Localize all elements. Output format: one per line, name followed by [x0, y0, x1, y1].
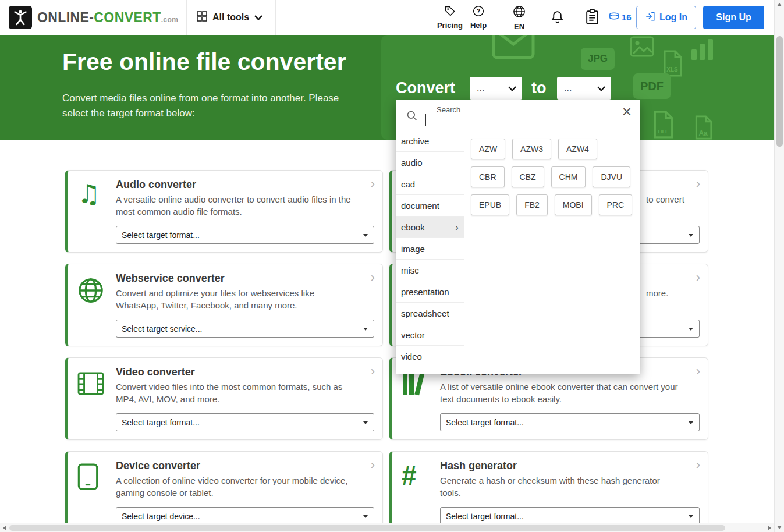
chevron-right-icon[interactable]: ›: [371, 269, 375, 287]
divider: [186, 0, 187, 35]
price-tag-icon: [444, 5, 456, 19]
vertical-scrollbar[interactable]: [774, 0, 784, 532]
select-arrow-icon: [689, 328, 693, 331]
card-title: Audio converter: [116, 179, 196, 191]
horizontal-scrollbar[interactable]: [0, 523, 774, 532]
scroll-left-arrow-icon[interactable]: [3, 526, 6, 530]
all-tools-menu[interactable]: All tools: [197, 0, 262, 35]
text-cursor: [425, 114, 426, 126]
close-icon[interactable]: ×: [622, 104, 632, 120]
horizontal-scrollbar-thumb[interactable]: [9, 525, 725, 531]
credits-count: 16: [622, 12, 632, 22]
chevron-right-icon: ›: [455, 217, 459, 238]
convert-to-select[interactable]: ...: [557, 77, 611, 100]
category-cad[interactable]: cad: [396, 173, 464, 195]
category-ebook[interactable]: ebook›: [396, 217, 464, 238]
category-vector[interactable]: vector: [396, 324, 464, 346]
webservice-target-select[interactable]: Select target service...: [116, 320, 374, 338]
card-description-fragment: more.: [646, 288, 668, 298]
format-azw4[interactable]: AZW4: [558, 139, 597, 159]
category-label: spreadsheet: [401, 308, 449, 318]
scroll-down-arrow-icon[interactable]: [777, 526, 782, 529]
chevron-right-icon[interactable]: ›: [696, 456, 700, 474]
video-target-format-select[interactable]: Select target format...: [116, 413, 374, 431]
page-title: Free online file converter: [62, 48, 346, 76]
chevron-down-icon: [597, 83, 605, 94]
category-image[interactable]: image: [396, 238, 464, 260]
category-misc[interactable]: misc: [396, 260, 464, 281]
vertical-scrollbar-thumb[interactable]: [776, 36, 783, 147]
select-value: Select target format...: [446, 418, 524, 427]
pricing-label: Pricing: [437, 21, 463, 30]
logo-figure-icon: [9, 6, 32, 29]
category-presentation[interactable]: presentation: [396, 281, 464, 303]
pricing-menu-item[interactable]: Pricing: [434, 5, 466, 30]
logo[interactable]: ONLINE-CONVERT.com: [9, 0, 183, 35]
format-epub[interactable]: EPUB: [471, 194, 509, 215]
convert-from-select[interactable]: ...: [470, 77, 522, 100]
format-fb2[interactable]: FB2: [516, 194, 548, 215]
format-picker-panel: Search × archive audio cad document eboo…: [396, 100, 640, 374]
to-label: to: [531, 79, 546, 97]
signup-label: Sign Up: [716, 12, 751, 23]
format-mobi[interactable]: MOBI: [555, 194, 592, 215]
format-azw3[interactable]: AZW3: [512, 139, 551, 159]
login-button[interactable]: Log In: [636, 6, 696, 29]
chevron-right-icon[interactable]: ›: [371, 175, 375, 193]
globe-icon: [513, 5, 526, 20]
all-tools-label: All tools: [212, 12, 249, 23]
divider: [538, 0, 538, 35]
notifications-bell-icon[interactable]: [550, 10, 565, 27]
chevron-right-icon[interactable]: ›: [371, 456, 375, 474]
format-cbz[interactable]: CBZ: [512, 166, 544, 187]
page-subtitle: Convert media files online from one form…: [62, 91, 356, 121]
select-arrow-icon: [689, 234, 693, 237]
category-label: video: [401, 352, 422, 361]
category-video[interactable]: video: [396, 346, 464, 367]
format-cbr[interactable]: CBR: [471, 166, 505, 187]
category-audio[interactable]: audio: [396, 152, 464, 173]
category-archive[interactable]: archive: [396, 130, 464, 152]
credits-counter[interactable]: 16: [609, 12, 632, 22]
help-label: Help: [470, 21, 487, 30]
category-spreadsheet[interactable]: spreadsheet: [396, 303, 464, 324]
select-arrow-icon: [689, 515, 693, 518]
scroll-up-arrow-icon[interactable]: [777, 3, 782, 6]
audio-target-format-select[interactable]: Select target format...: [116, 226, 374, 244]
search-input[interactable]: Search ×: [396, 100, 640, 130]
convert-label: Convert: [396, 79, 455, 97]
ebook-target-format-select[interactable]: Select target format...: [440, 413, 700, 431]
image-icon: [630, 36, 654, 59]
format-prc[interactable]: PRC: [599, 194, 633, 215]
format-djvu[interactable]: DJVU: [593, 166, 630, 187]
category-label: presentation: [401, 287, 449, 297]
search-icon: [406, 110, 418, 124]
category-label: misc: [401, 265, 419, 275]
mobile-device-icon: [77, 463, 110, 496]
chevron-right-icon[interactable]: ›: [371, 363, 375, 381]
chevron-right-icon[interactable]: ›: [696, 269, 700, 287]
webservice-converter-card: Webservice converter Convert and optimiz…: [65, 264, 383, 346]
chevron-right-icon[interactable]: ›: [696, 363, 700, 381]
chevron-right-icon[interactable]: ›: [696, 175, 700, 193]
card-title: Webservice converter: [116, 272, 225, 285]
help-icon: ?: [473, 5, 484, 19]
category-document[interactable]: document: [396, 195, 464, 217]
page: JPG XLS PDF TIFF Aa Free online file con…: [0, 0, 784, 532]
svg-text:TIFF: TIFF: [657, 128, 669, 134]
help-menu-item[interactable]: ? Help: [464, 5, 493, 30]
header: ONLINE-CONVERT.com All tools Pricing ?: [0, 0, 784, 35]
svg-text:XLS: XLS: [666, 66, 678, 73]
signup-button[interactable]: Sign Up: [703, 6, 764, 29]
format-chm[interactable]: CHM: [551, 166, 586, 187]
select-value: Select target format...: [122, 230, 200, 240]
language-menu-item[interactable]: EN: [505, 5, 533, 31]
login-arrow-icon: [645, 11, 655, 24]
select-value: Select target format...: [446, 512, 524, 521]
font-file-icon: Aa: [693, 115, 715, 140]
svg-text:?: ?: [477, 8, 481, 15]
format-azw[interactable]: AZW: [471, 139, 505, 159]
scroll-right-arrow-icon[interactable]: [768, 526, 771, 530]
history-clipboard-icon[interactable]: [585, 9, 599, 27]
chevron-down-icon: [254, 12, 262, 23]
